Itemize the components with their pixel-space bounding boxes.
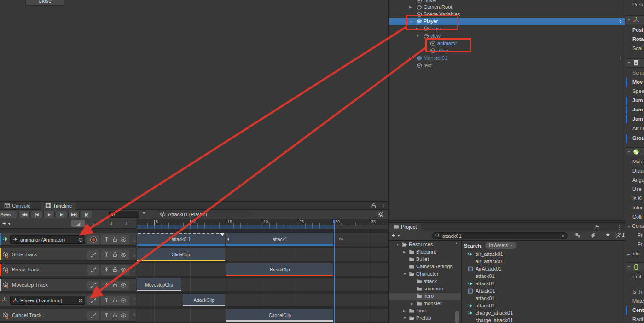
clip-cancelclip[interactable]: CancelClip [226,309,334,322]
curves-button[interactable] [87,296,99,305]
foldout-open-icon[interactable]: ▼ [627,265,631,268]
folder-row-attack[interactable]: attack [389,278,461,285]
marker-pin-toggle[interactable]: Ŧ [122,220,131,227]
folder-row-resources[interactable]: ▼Resources [389,241,461,248]
object-picker-icon[interactable]: ⊙ [78,237,83,242]
hierarchy-row-view[interactable]: ▼view [389,33,625,40]
folder-row-bullet[interactable]: Bullet [389,256,461,263]
lock-icon[interactable] [112,236,118,243]
component-header-script[interactable]: ▼# [626,58,644,68]
track-menu-dots-icon[interactable]: ⋮ [132,267,137,272]
tab-project[interactable]: Project [389,223,421,231]
project-search-field[interactable]: × [432,232,568,239]
next-frame-button[interactable]: ▶| [56,211,67,218]
lock-icon[interactable] [112,282,118,288]
add-track-dropdown-icon[interactable]: ▾ [8,222,10,226]
foldout-open-icon[interactable]: ▼ [627,61,631,64]
curves-button[interactable] [87,250,99,260]
hierarchy-row-cameraroot[interactable]: ▶CameraRoot [389,4,625,11]
folder-row-common[interactable]: common [389,285,461,293]
replace-mode-button[interactable]: ↧ [104,220,118,227]
foldout-closed-icon[interactable]: ▶ [409,57,412,60]
foldout-open-icon[interactable]: ▼ [403,317,406,320]
clear-search-icon[interactable]: × [562,233,564,239]
foldout-open-icon[interactable]: ▼ [396,243,399,246]
previous-frame-button[interactable]: |◀ [31,211,42,218]
curves-button[interactable] [87,265,99,275]
foldout-open-icon[interactable]: ▼ [627,18,631,21]
track-header-player-transform-[interactable]: Player (Transform)⊙⋮ [0,294,136,306]
foldout-open-icon[interactable]: ▼ [403,272,406,276]
folder-row-character[interactable]: ▼Character [389,271,461,278]
eye-icon[interactable] [120,312,127,319]
timeline-ruler[interactable]: 5101520253035 [137,219,388,229]
folder-row-monster[interactable]: ▶monster [389,300,461,307]
folder-row-icon[interactable]: ▶Icon [389,307,461,315]
chevron-right-icon[interactable]: › [620,18,621,24]
gear-icon[interactable] [377,211,384,219]
clip-slideclip[interactable]: SlideClip [137,248,225,261]
curves-button[interactable] [87,281,99,290]
play-range-button[interactable]: [▶] [81,211,92,218]
track-menu-dots-icon[interactable]: ⋮ [132,282,137,288]
track-header-slide-track[interactable]: {}Slide Track⋮ [0,248,136,261]
close-button[interactable]: Close [25,0,64,6]
track-menu-dots-icon[interactable]: ⋮ [132,297,137,303]
foldout-closed-icon[interactable]: ▶ [411,302,413,306]
pin-icon[interactable] [104,312,110,319]
hierarchy-row-other[interactable]: other [389,47,625,55]
folder-row-camerasettings[interactable]: CameraSettings [389,263,461,271]
play-button[interactable]: ▶ [43,211,55,218]
eye-icon[interactable] [120,267,127,273]
lock-icon[interactable] [112,312,118,319]
clip-attack1[interactable]: attack1 [226,233,334,246]
tab-console[interactable]: Console [0,202,35,210]
inspector-foldout-info[interactable]: ▶Info [627,251,644,256]
search-scope-pill[interactable]: In Assets ▼ [485,242,516,249]
pin-icon[interactable] [104,297,110,304]
pin-icon[interactable] [104,236,110,243]
hierarchy-row-monster01[interactable]: ▶Monster01› [389,55,625,62]
foldout-open-icon[interactable]: ▼ [416,35,419,38]
pin-icon[interactable] [104,252,110,258]
folder-row-prefab[interactable]: ▼Prefab [389,315,461,322]
hierarchy-row-animator[interactable]: animator [389,40,625,47]
result-row-attack01[interactable]: attack01 [462,295,625,302]
clip-breakclip[interactable]: BreakClip [226,263,334,276]
eye-icon[interactable] [120,297,127,304]
foldout-closed-icon[interactable]: ▶ [403,250,406,254]
foldout-open-icon[interactable]: ▼ [627,150,631,153]
chevron-right-icon[interactable]: › [620,55,621,61]
component-header-rigidbody[interactable]: ▼ [626,147,644,156]
foldout-closed-icon[interactable]: ▶ [403,309,406,313]
foldout-open-icon[interactable]: ▼ [627,225,631,228]
clip-attack0-1[interactable]: attack0-1 [137,233,225,246]
lock-icon[interactable] [112,297,118,304]
track-header-movestep-track[interactable]: {}Movestep Track⋮ [0,278,136,291]
result-row-attack01[interactable]: attack01 [462,273,625,280]
result-row-attack01[interactable]: Attack01 [462,288,625,295]
folder-row-blueprint[interactable]: ▶Blueprint [389,248,461,256]
add-asset-dropdown-icon[interactable]: ▾ [398,234,400,238]
component-header-capsule[interactable]: ▼ [626,262,644,271]
result-row-attack01[interactable]: attack01 [462,302,625,310]
scroll-up-arrow[interactable]: ▲ [455,242,458,245]
add-track-button[interactable]: + [2,220,6,227]
timeline-duration-marker[interactable] [334,220,335,323]
result-row-charge_attack01[interactable]: charge_attack01 [462,317,625,323]
lock-icon[interactable] [112,252,118,258]
hierarchy-row-test[interactable]: test [389,62,625,69]
lock-icon[interactable] [595,224,600,231]
track-menu-dots-icon[interactable]: ⋮ [132,312,137,318]
result-row-charge_attack01[interactable]: charge_attack01 [462,310,625,317]
timeline-breadcrumb[interactable]: Attack01 (Player) [157,210,253,219]
folder-row-hero[interactable]: hero [389,293,461,300]
record-button[interactable] [87,235,99,244]
search-input[interactable] [442,233,548,239]
ripple-mode-button[interactable]: ↦ [88,220,102,227]
eye-icon[interactable] [120,282,127,288]
hidden-packages-icon[interactable] [615,232,621,239]
pin-icon[interactable] [104,282,110,288]
foldout-closed-icon[interactable]: ▶ [627,253,630,256]
menu-dots-icon[interactable]: ⋮ [381,203,386,209]
